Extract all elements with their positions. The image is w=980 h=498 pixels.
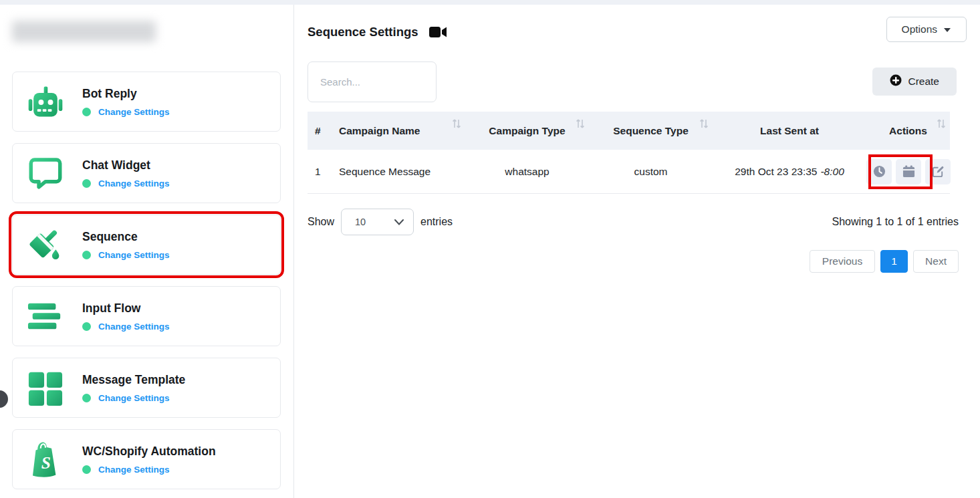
sidebar-item-title: Sequence (82, 230, 170, 244)
column-header-campaign-type[interactable]: Campaign Type (465, 112, 589, 150)
sidebar-item-title: Message Template (82, 373, 185, 387)
sort-icon[interactable] (452, 118, 461, 132)
main-panel: Sequence Settings Options (295, 5, 980, 498)
page-size-value: 10 (355, 217, 366, 227)
search-input[interactable] (308, 61, 437, 102)
schedule-calendar-button[interactable] (896, 159, 921, 184)
page-number-button[interactable]: 1 (880, 250, 908, 273)
page-size-select[interactable]: 10 (341, 209, 414, 235)
status-dot (82, 394, 91, 402)
grid-icon (25, 367, 66, 408)
svg-text:S: S (41, 453, 51, 472)
change-settings-link[interactable]: Change Settings (98, 107, 170, 117)
sidebar-item-bot-reply[interactable]: Bot Reply Change Settings (12, 72, 281, 132)
column-header-last-sent-at[interactable]: Last Sent at (713, 112, 866, 150)
change-settings-link[interactable]: Change Settings (98, 322, 170, 332)
status-dot (82, 322, 91, 331)
column-header-actions[interactable]: Actions (866, 112, 950, 150)
options-button-label: Options (902, 23, 937, 35)
change-settings-link[interactable]: Change Settings (98, 465, 170, 475)
change-settings-link[interactable]: Change Settings (98, 393, 170, 403)
column-header-sequence-type[interactable]: Sequence Type (589, 112, 713, 150)
plus-circle-icon (890, 74, 902, 89)
sidebar: Bot Reply Change Settings Chat Widget (0, 5, 294, 498)
chevron-down-icon (394, 217, 404, 227)
cell-index: 1 (308, 166, 332, 178)
sort-icon[interactable] (937, 118, 946, 132)
page-title: Sequence Settings (308, 25, 418, 39)
sidebar-item-wc-shopify[interactable]: S WC/Shopify Automation Change Settings (12, 429, 281, 489)
caret-down-icon (943, 23, 951, 35)
status-dot (82, 108, 91, 116)
top-strip (0, 0, 980, 5)
table-header-row: # Campaign Name Campaign Type Sequence T… (308, 112, 950, 150)
edit-button[interactable] (925, 159, 951, 184)
robot-icon (25, 81, 66, 122)
chat-bubble-icon (25, 152, 66, 194)
timezone-offset: -8:00 (820, 166, 844, 178)
app-logo (12, 21, 156, 42)
create-button[interactable]: Create (872, 68, 957, 96)
cell-sequence-type: custom (589, 166, 713, 178)
sidebar-item-message-template[interactable]: Message Template Change Settings (12, 358, 281, 418)
entries-label: entries (420, 216, 453, 228)
change-settings-link[interactable]: Change Settings (98, 250, 170, 260)
status-dot (82, 179, 91, 188)
sidebar-item-title: Input Flow (82, 301, 170, 316)
cell-campaign-name: Sequence Message (332, 166, 465, 178)
cell-last-sent-at: 29th Oct 23 23:35 -8:00 (713, 166, 866, 178)
cell-campaign-type: whatsapp (465, 166, 589, 178)
cell-actions (866, 159, 951, 184)
sidebar-item-sequence[interactable]: Sequence Change Settings (12, 215, 281, 275)
sequence-table: # Campaign Name Campaign Type Sequence T… (308, 112, 950, 194)
sidebar-item-chat-widget[interactable]: Chat Widget Change Settings (12, 143, 281, 203)
video-camera-icon[interactable] (429, 26, 447, 38)
show-label: Show (308, 216, 334, 228)
create-button-label: Create (908, 76, 939, 88)
sidebar-item-input-flow[interactable]: Input Flow Change Settings (12, 286, 281, 346)
status-dot (82, 251, 91, 259)
schedule-clock-button[interactable] (866, 159, 892, 184)
table-row: 1 Sequence Message whatsapp custom 29th … (308, 150, 950, 194)
next-page-button[interactable]: Next (913, 250, 959, 273)
pagination: Previous 1 Next (308, 250, 959, 273)
sort-icon[interactable] (576, 118, 585, 132)
column-header-campaign-name[interactable]: Campaign Name (332, 112, 465, 150)
sort-icon[interactable] (699, 118, 709, 132)
paint-bucket-icon (25, 224, 66, 265)
showing-summary: Showing 1 to 1 of 1 entries (832, 216, 959, 228)
previous-page-button[interactable]: Previous (810, 250, 875, 273)
change-settings-link[interactable]: Change Settings (98, 178, 170, 189)
options-button[interactable]: Options (886, 17, 967, 42)
column-header-index: # (308, 112, 332, 150)
sidebar-item-title: Chat Widget (82, 158, 170, 172)
sidebar-item-title: WC/Shopify Automation (82, 445, 216, 459)
shopify-bag-icon: S (25, 439, 66, 480)
status-dot (82, 465, 91, 474)
sidebar-item-title: Bot Reply (82, 87, 170, 101)
list-bars-icon (25, 295, 66, 337)
app-window: Bot Reply Change Settings Chat Widget (0, 0, 980, 498)
